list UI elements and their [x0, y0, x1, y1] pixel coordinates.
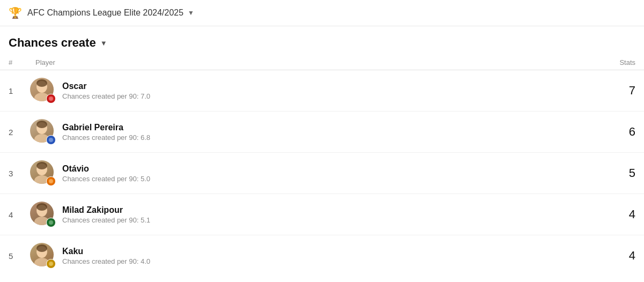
player-rank: 3: [9, 169, 30, 178]
player-stat-value: 5: [592, 166, 635, 180]
player-rank: 2: [9, 128, 30, 137]
table-header: # Player Stats: [0, 55, 644, 70]
svg-point-11: [49, 179, 53, 183]
player-info: Oscar Chances created per 90: 7.0: [62, 81, 592, 100]
team-badge-icon: [46, 135, 56, 145]
player-name: Gabriel Pereira: [62, 123, 592, 132]
avatar: [30, 202, 56, 227]
player-name: Oscar: [62, 81, 592, 91]
player-stat-value: 6: [592, 125, 635, 139]
competition-dropdown-icon[interactable]: ▼: [188, 9, 194, 17]
svg-point-14: [36, 203, 47, 211]
player-info: Gabriel Pereira Chances created per 90: …: [62, 123, 592, 142]
player-name: Otávio: [62, 164, 592, 174]
player-stat-description: Chances created per 90: 5.0: [62, 175, 592, 183]
table-row[interactable]: 4 Milad Zakipour Chances created: [0, 194, 644, 235]
player-name: Milad Zakipour: [62, 205, 592, 215]
player-stat-value: 7: [592, 84, 635, 98]
competition-title: AFC Champions League Elite 2024/2025: [27, 8, 184, 18]
player-rank: 1: [9, 86, 30, 95]
player-info: Milad Zakipour Chances created per 90: 5…: [62, 205, 592, 224]
page-header: 🏆 AFC Champions League Elite 2024/2025 ▼: [0, 0, 644, 26]
svg-point-15: [49, 220, 53, 225]
player-rank: 4: [9, 210, 30, 219]
table-row[interactable]: 2 Gabriel Pereira Chances create: [0, 112, 644, 153]
svg-point-3: [49, 97, 53, 101]
col-header-stats: Stats: [592, 58, 635, 66]
svg-point-10: [36, 162, 47, 169]
section-title: Chances create: [9, 36, 96, 50]
table-row[interactable]: 1 Oscar Chances created per 90:: [0, 70, 644, 112]
table-row[interactable]: 5 Kaku Chances created per 90: 4: [0, 235, 644, 276]
player-stat-description: Chances created per 90: 7.0: [62, 92, 592, 100]
player-stat-value: 4: [592, 207, 635, 221]
col-header-rank: #: [9, 58, 30, 66]
svg-point-18: [36, 244, 47, 252]
player-rank: 5: [9, 251, 30, 261]
table-row[interactable]: 3 Otávio Chances created per 90:: [0, 153, 644, 194]
player-stat-description: Chances created per 90: 6.8: [62, 133, 592, 142]
trophy-icon: 🏆: [9, 6, 22, 19]
section-dropdown-icon[interactable]: ▼: [100, 39, 107, 47]
avatar: [30, 243, 56, 269]
team-badge-icon: [46, 259, 56, 269]
team-badge-icon: [46, 218, 56, 227]
avatar: [30, 78, 56, 103]
player-stat-description: Chances created per 90: 4.0: [62, 257, 592, 265]
avatar: [30, 119, 56, 145]
player-info: Kaku Chances created per 90: 4.0: [62, 247, 592, 265]
player-name: Kaku: [62, 247, 592, 256]
team-badge-icon: [46, 176, 56, 186]
player-stat-description: Chances created per 90: 5.1: [62, 216, 592, 224]
player-stat-value: 4: [592, 249, 635, 263]
avatar: [30, 160, 56, 186]
svg-point-7: [49, 138, 53, 142]
team-badge-icon: [46, 94, 56, 103]
svg-point-19: [49, 262, 53, 266]
svg-point-6: [36, 121, 47, 128]
section-header: Chances create ▼: [0, 26, 644, 55]
col-header-player: Player: [30, 58, 592, 66]
player-info: Otávio Chances created per 90: 5.0: [62, 164, 592, 183]
player-list: 1 Oscar Chances created per 90:: [0, 70, 644, 276]
svg-point-2: [36, 79, 47, 87]
